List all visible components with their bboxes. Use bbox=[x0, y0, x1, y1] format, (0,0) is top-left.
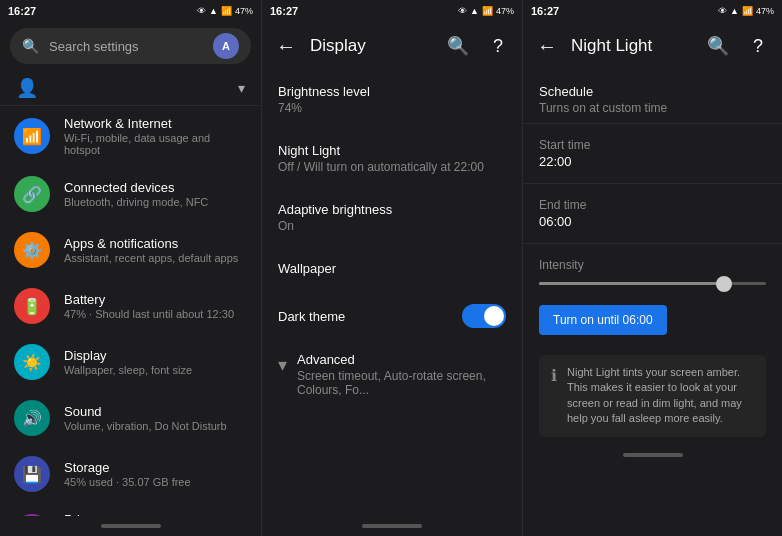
settings-item-storage[interactable]: 💾 Storage 45% used · 35.07 GB free bbox=[0, 446, 261, 502]
home-indicator-1 bbox=[101, 524, 161, 528]
status-bar-2: 16:27 👁 ▲ 📶 47% bbox=[262, 0, 522, 22]
search-bar[interactable]: 🔍 Search settings A bbox=[10, 28, 251, 64]
status-bar-3: 16:27 👁 ▲ 📶 47% bbox=[523, 0, 782, 22]
settings-item-network[interactable]: 📶 Network & Internet Wi-Fi, mobile, data… bbox=[0, 106, 261, 166]
signal-icon-2: ▲ bbox=[470, 6, 479, 16]
chevron-advanced-icon: ▾ bbox=[278, 354, 287, 376]
status-icons-2: 👁 ▲ 📶 47% bbox=[458, 6, 514, 16]
turn-on-button-row: Turn on until 06:00 bbox=[523, 293, 782, 347]
display-item-title-adaptive: Adaptive brightness bbox=[278, 202, 392, 217]
settings-icon-apps: ⚙️ bbox=[14, 232, 50, 268]
signal-icon-3: ▲ bbox=[730, 6, 739, 16]
search-placeholder: Search settings bbox=[49, 39, 203, 54]
display-item-title-wallpaper: Wallpaper bbox=[278, 261, 336, 276]
settings-item-apps[interactable]: ⚙️ Apps & notifications Assistant, recen… bbox=[0, 222, 261, 278]
settings-title-devices: Connected devices bbox=[64, 180, 208, 195]
battery-icon-3: 47% bbox=[756, 6, 774, 16]
display-item-subtitle-nightlight: Off / Will turn on automatically at 22:0… bbox=[278, 160, 484, 174]
turn-on-button[interactable]: Turn on until 06:00 bbox=[539, 305, 667, 335]
status-icons-3: 👁 ▲ 📶 47% bbox=[718, 6, 774, 16]
eye-icon-3: 👁 bbox=[718, 6, 727, 16]
settings-panel: 16:27 👁 ▲ 📶 47% 🔍 Search settings A 👤 ▾ … bbox=[0, 0, 261, 536]
settings-icon-devices: 🔗 bbox=[14, 176, 50, 212]
start-time-value: 22:00 bbox=[539, 154, 766, 169]
settings-title-sound: Sound bbox=[64, 404, 227, 419]
search-button-display[interactable]: 🔍 bbox=[442, 30, 474, 62]
info-text: Night Light tints your screen amber. Thi… bbox=[567, 365, 754, 427]
bottom-bar-2 bbox=[262, 516, 522, 536]
settings-item-devices[interactable]: 🔗 Connected devices Bluetooth, driving m… bbox=[0, 166, 261, 222]
battery-icon-2: 47% bbox=[496, 6, 514, 16]
dark-theme-toggle[interactable] bbox=[462, 304, 506, 328]
signal-icon: ▲ bbox=[209, 6, 218, 16]
settings-subtitle-devices: Bluetooth, driving mode, NFC bbox=[64, 196, 208, 208]
settings-subtitle-sound: Volume, vibration, Do Not Disturb bbox=[64, 420, 227, 432]
status-time-2: 16:27 bbox=[270, 5, 298, 17]
status-icons-1: 👁 ▲ 📶 47% bbox=[197, 6, 253, 16]
help-button-nightlight[interactable]: ? bbox=[742, 30, 774, 62]
wifi-icon: 📶 bbox=[221, 6, 232, 16]
display-item-subtitle-brightness: 74% bbox=[278, 101, 370, 115]
nightlight-title: Night Light bbox=[571, 36, 694, 56]
intensity-slider-track[interactable] bbox=[539, 282, 766, 285]
status-time-3: 16:27 bbox=[531, 5, 559, 17]
display-panel: 16:27 👁 ▲ 📶 47% ← Display 🔍 ? Brightness… bbox=[261, 0, 522, 536]
settings-title-network: Network & Internet bbox=[64, 116, 247, 131]
advanced-title: Advanced bbox=[297, 352, 506, 367]
intensity-slider-thumb[interactable] bbox=[716, 276, 732, 292]
display-item-darktheme[interactable]: Dark theme bbox=[262, 290, 522, 342]
back-button-nightlight[interactable]: ← bbox=[531, 30, 563, 62]
nightlight-top-bar: ← Night Light 🔍 ? bbox=[523, 22, 782, 70]
display-item-title-darktheme: Dark theme bbox=[278, 309, 345, 324]
end-time-row[interactable]: End time 06:00 bbox=[523, 184, 782, 244]
intensity-section: Intensity bbox=[523, 244, 782, 293]
settings-icon-storage: 💾 bbox=[14, 456, 50, 492]
settings-subtitle-storage: 45% used · 35.07 GB free bbox=[64, 476, 191, 488]
bottom-bar-1 bbox=[0, 516, 261, 536]
search-button-nightlight[interactable]: 🔍 bbox=[702, 30, 734, 62]
settings-item-privacy[interactable]: 🔒 Privacy Permissions, account activity,… bbox=[0, 502, 261, 516]
display-list: Brightness level 74% Night Light Off / W… bbox=[262, 70, 522, 516]
wifi-icon-3: 📶 bbox=[742, 6, 753, 16]
nightlight-panel: 16:27 👁 ▲ 📶 47% ← Night Light 🔍 ? Schedu… bbox=[522, 0, 782, 536]
start-time-row[interactable]: Start time 22:00 bbox=[523, 124, 782, 184]
avatar[interactable]: A bbox=[213, 33, 239, 59]
display-item-wallpaper[interactable]: Wallpaper bbox=[262, 247, 522, 290]
end-time-value: 06:00 bbox=[539, 214, 766, 229]
start-time-label: Start time bbox=[539, 138, 766, 152]
settings-subtitle-battery: 47% · Should last until about 12:30 bbox=[64, 308, 234, 320]
settings-item-battery[interactable]: 🔋 Battery 47% · Should last until about … bbox=[0, 278, 261, 334]
battery-icon-1: 47% bbox=[235, 6, 253, 16]
display-item-adaptive[interactable]: Adaptive brightness On bbox=[262, 188, 522, 247]
settings-subtitle-apps: Assistant, recent apps, default apps bbox=[64, 252, 238, 264]
settings-item-display[interactable]: ☀️ Display Wallpaper, sleep, font size bbox=[0, 334, 261, 390]
settings-icon-network: 📶 bbox=[14, 118, 50, 154]
help-button-display[interactable]: ? bbox=[482, 30, 514, 62]
chevron-down-icon: ▾ bbox=[238, 80, 245, 96]
schedule-label: Schedule bbox=[539, 84, 766, 99]
settings-title-battery: Battery bbox=[64, 292, 234, 307]
settings-icon-display: ☀️ bbox=[14, 344, 50, 380]
intensity-label: Intensity bbox=[539, 258, 766, 272]
info-icon: ℹ bbox=[551, 366, 557, 385]
display-item-subtitle-adaptive: On bbox=[278, 219, 392, 233]
account-row[interactable]: 👤 ▾ bbox=[0, 70, 261, 106]
display-title: Display bbox=[310, 36, 434, 56]
settings-item-sound[interactable]: 🔊 Sound Volume, vibration, Do Not Distur… bbox=[0, 390, 261, 446]
display-item-brightness[interactable]: Brightness level 74% bbox=[262, 70, 522, 129]
display-top-bar: ← Display 🔍 ? bbox=[262, 22, 522, 70]
schedule-section[interactable]: Schedule Turns on at custom time bbox=[523, 70, 782, 124]
wifi-icon-2: 📶 bbox=[482, 6, 493, 16]
eye-icon: 👁 bbox=[197, 6, 206, 16]
eye-icon-2: 👁 bbox=[458, 6, 467, 16]
back-button-display[interactable]: ← bbox=[270, 30, 302, 62]
settings-title-display: Display bbox=[64, 348, 192, 363]
settings-list: 📶 Network & Internet Wi-Fi, mobile, data… bbox=[0, 106, 261, 516]
status-bar-1: 16:27 👁 ▲ 📶 47% bbox=[0, 0, 261, 22]
info-box: ℹ Night Light tints your screen amber. T… bbox=[539, 355, 766, 437]
settings-subtitle-display: Wallpaper, sleep, font size bbox=[64, 364, 192, 376]
advanced-section[interactable]: ▾ Advanced Screen timeout, Auto-rotate s… bbox=[262, 342, 522, 407]
display-item-nightlight[interactable]: Night Light Off / Will turn on automatic… bbox=[262, 129, 522, 188]
end-time-label: End time bbox=[539, 198, 766, 212]
home-indicator-3 bbox=[623, 453, 683, 457]
